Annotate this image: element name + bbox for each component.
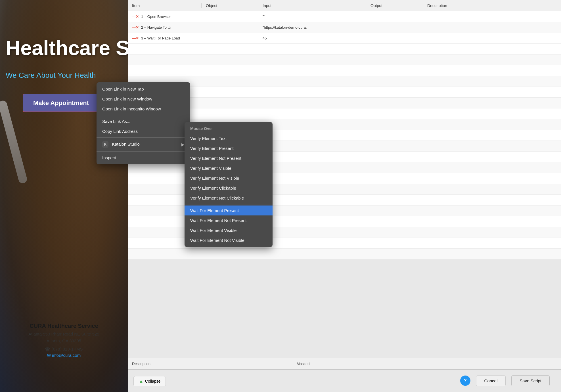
collapse-label: Collapse	[145, 379, 160, 383]
bottom-actions: ▲ Collapse ? Cancel Save Script	[128, 369, 561, 392]
cm2-verify-element-clickable[interactable]: Verify Element Clickable	[185, 183, 273, 193]
cm2-verify-element-present[interactable]: Verify Element Present	[185, 143, 273, 153]
make-appointment-label: Make Appointment	[33, 99, 89, 107]
cm1-katalon-label: Katalon Studio	[112, 142, 140, 146]
katalon-submenu: Mouse Over Verify Element Text Verify El…	[185, 122, 273, 247]
row-2-input: "https://katalon-demo-cura.	[258, 25, 366, 30]
bottom-masked-col: Masked	[297, 362, 353, 366]
cancel-label: Cancel	[484, 378, 498, 383]
cm1-open-incognito[interactable]: Open Link in Incognito Window	[97, 104, 190, 114]
cm2-wait-for-element-present[interactable]: Wait For Element Present	[185, 206, 273, 215]
arrow-right-icon: ▶	[181, 142, 185, 147]
cm2-verify-element-not-clickable[interactable]: Verify Element Not Clickable	[185, 193, 273, 203]
collapse-button[interactable]: ▲ Collapse	[133, 376, 166, 386]
cura-info: CURA Healthcare Service Atlanta 550 Phar…	[0, 323, 128, 358]
col-description-header: Description	[423, 3, 561, 8]
cm1-separator-2	[97, 137, 190, 138]
make-appointment-button[interactable]: Make Appointment	[23, 94, 99, 112]
table-row: —✕ 1 – Open Browser ""	[128, 11, 561, 22]
browser-context-menu: Open Link in New Tab Open Link in New Wi…	[97, 82, 190, 164]
cm2-verify-element-visible[interactable]: Verify Element Visible	[185, 163, 273, 173]
cm1-open-new-window[interactable]: Open Link in New Window	[97, 94, 190, 104]
empty-row	[128, 98, 561, 108]
cm1-separator-3	[97, 151, 190, 152]
bottom-description-col: Description	[132, 362, 297, 366]
row-1-input: ""	[258, 14, 366, 19]
col-item-header: Item	[128, 3, 202, 8]
empty-row	[128, 44, 561, 54]
cm1-save-link-as[interactable]: Save Link As...	[97, 116, 190, 126]
cura-name: CURA Healthcare Service	[0, 323, 128, 329]
save-script-label: Save Script	[520, 378, 541, 383]
healthcare-subtitle: We Care About Your Health	[6, 71, 96, 80]
collapse-arrow-icon: ▲	[139, 379, 143, 384]
cura-phone: ☎ (678) 813-1KMS	[0, 347, 128, 352]
cancel-button[interactable]: Cancel	[476, 375, 506, 386]
healthcare-title: Healthcare S	[6, 37, 128, 59]
cm2-wait-for-element-visible[interactable]: Wait For Element Visible	[185, 225, 273, 235]
error-icon: —✕	[132, 14, 139, 19]
cura-address: Atlanta 550 Pharr Road NE Suite 525 Atla…	[0, 331, 128, 344]
cm2-verify-element-not-visible[interactable]: Verify Element Not Visible	[185, 173, 273, 183]
help-button[interactable]: ?	[460, 376, 470, 386]
cura-address-line2: Atlanta, GA 30305	[47, 338, 81, 343]
bottom-panel: Description Masked ▲ Collapse ? Cancel S…	[128, 358, 561, 392]
help-label: ?	[464, 378, 467, 384]
empty-row	[128, 249, 561, 259]
row-2-item: —✕ 2 – Navigate To Url	[128, 25, 202, 30]
error-icon: —✕	[132, 25, 139, 30]
website-content: Healthcare S We Care About Your Health M…	[0, 0, 128, 392]
row-3-item: —✕ 3 – Wait For Page Load	[128, 36, 202, 40]
col-object-header: Object	[202, 3, 258, 8]
table-row: —✕ 3 – Wait For Page Load 45	[128, 33, 561, 44]
empty-row	[128, 65, 561, 76]
cm1-inspect[interactable]: Inspect	[97, 153, 190, 163]
website-panel: Healthcare S We Care About Your Health M…	[0, 0, 128, 392]
cm1-katalon-studio[interactable]: K Katalon Studio ▶	[97, 139, 190, 150]
cm2-verify-element-text[interactable]: Verify Element Text	[185, 133, 273, 143]
table-header: Item Object Input Output Description	[128, 0, 561, 11]
row-1-item: —✕ 1 – Open Browser	[128, 14, 202, 19]
empty-row	[128, 76, 561, 87]
cm2-header: Mouse Over	[185, 124, 273, 133]
cm1-separator-1	[97, 115, 190, 115]
katalon-icon: K	[102, 141, 108, 148]
empty-row	[128, 54, 561, 65]
col-input-header: Input	[258, 3, 366, 8]
error-icon: —✕	[132, 36, 139, 40]
bottom-header: Description Masked	[128, 358, 561, 370]
cura-address-line1: Atlanta 550 Pharr Road NE Suite 525	[28, 332, 99, 336]
row-3-input: 45	[258, 36, 366, 40]
cm2-verify-element-not-present[interactable]: Verify Element Not Present	[185, 153, 273, 163]
cm1-copy-link-address[interactable]: Copy Link Address	[97, 126, 190, 136]
cm1-open-new-tab[interactable]: Open Link in New Tab	[97, 84, 190, 94]
cm2-separator	[185, 204, 273, 204]
empty-row	[128, 87, 561, 98]
table-row: —✕ 2 – Navigate To Url "https://katalon-…	[128, 22, 561, 33]
cm2-wait-for-element-not-visible[interactable]: Wait For Element Not Visible	[185, 235, 273, 245]
col-output-header: Output	[366, 3, 423, 8]
empty-row	[128, 108, 561, 119]
save-script-button[interactable]: Save Script	[511, 375, 550, 386]
cura-email: ✉ info@cura.com	[0, 353, 128, 358]
cm2-wait-for-element-not-present[interactable]: Wait For Element Not Present	[185, 215, 273, 225]
